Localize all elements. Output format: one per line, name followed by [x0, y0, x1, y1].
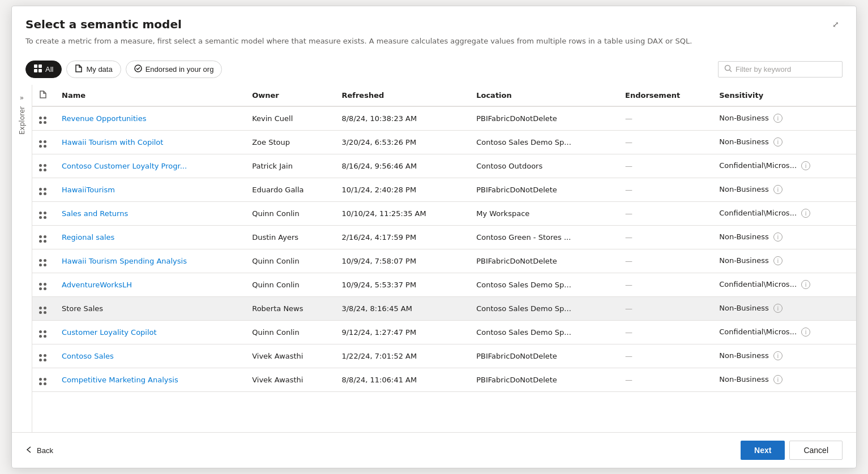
- col-refreshed-header: Refreshed: [335, 85, 469, 106]
- expand-icon[interactable]: ⤢: [829, 18, 843, 31]
- sensitivity-info-icon[interactable]: i: [773, 185, 783, 194]
- row-icon-cell: [32, 130, 55, 154]
- endorsement-value: —: [625, 138, 632, 146]
- sensitivity-info-icon[interactable]: i: [773, 137, 783, 146]
- sensitivity-info-icon[interactable]: i: [801, 328, 810, 337]
- row-name[interactable]: Revenue Opportunities: [55, 106, 245, 131]
- drag-icon: [39, 212, 47, 219]
- sensitivity-info-icon[interactable]: i: [773, 256, 783, 265]
- row-name[interactable]: Competitive Marketing Analysis: [55, 368, 245, 391]
- row-endorsement: —: [618, 320, 712, 344]
- col-name-header: Name: [55, 85, 245, 106]
- cancel-button[interactable]: Cancel: [789, 441, 843, 460]
- sensitivity-value: Non-Business: [719, 114, 768, 122]
- sensitivity-value: Non-Business: [719, 304, 768, 312]
- row-location: Contoso Sales Demo Sp...: [469, 130, 618, 154]
- table-row[interactable]: Regional salesDustin Ayers2/16/24, 4:17:…: [32, 225, 856, 249]
- row-refreshed: 3/8/24, 8:16:45 AM: [335, 296, 469, 320]
- row-location: PBIFabricDoNotDelete: [469, 249, 618, 273]
- table-row[interactable]: Contoso SalesVivek Awasthi1/22/24, 7:01:…: [32, 344, 856, 368]
- row-owner: Dustin Ayers: [245, 225, 335, 249]
- table-header-row: Name Owner Refreshed Location Endorsemen…: [32, 85, 856, 106]
- filter-btn-all[interactable]: All: [25, 61, 62, 78]
- row-location: Contoso Sales Demo Sp...: [469, 320, 618, 344]
- table-row[interactable]: Competitive Marketing AnalysisVivek Awas…: [32, 368, 856, 391]
- sensitivity-info-icon[interactable]: i: [801, 209, 810, 218]
- endorsement-value: —: [625, 376, 632, 384]
- sensitivity-info-icon[interactable]: i: [801, 161, 810, 170]
- drag-icon: [39, 117, 47, 124]
- table-row[interactable]: Hawaii Tourism with CopilotZoe Stoup3/20…: [32, 130, 856, 154]
- row-endorsement: —: [618, 344, 712, 368]
- row-icon-cell: [32, 201, 55, 225]
- content-area: » Explorer: [12, 85, 856, 433]
- row-name[interactable]: Hawaii Tourism with Copilot: [55, 130, 245, 154]
- table-row[interactable]: Contoso Customer Loyalty Progr...Patrick…: [32, 154, 856, 178]
- row-location: Contoso Outdoors: [469, 154, 618, 178]
- row-icon-cell: [32, 344, 55, 368]
- col-endorsement-header: Endorsement: [618, 85, 712, 106]
- endorsement-value: —: [625, 186, 632, 194]
- drag-icon: [39, 259, 47, 267]
- modal-subtitle: To create a metric from a measure, first…: [12, 31, 856, 56]
- table-row[interactable]: Customer Loyality CopilotQuinn Conlin9/1…: [32, 320, 856, 344]
- row-location: PBIFabricDoNotDelete: [469, 368, 618, 391]
- row-name[interactable]: Hawaii Tourism Spending Analysis: [55, 249, 245, 273]
- filter-btn-mydata[interactable]: My data: [66, 61, 121, 78]
- next-button[interactable]: Next: [741, 441, 785, 460]
- svg-rect-2: [34, 69, 37, 72]
- row-endorsement: —: [618, 225, 712, 249]
- table-row[interactable]: Hawaii Tourism Spending AnalysisQuinn Co…: [32, 249, 856, 273]
- row-sensitivity: Non-Business i: [712, 368, 856, 391]
- row-refreshed: 8/8/24, 11:06:41 AM: [335, 368, 469, 391]
- row-name[interactable]: Contoso Customer Loyalty Progr...: [55, 154, 245, 178]
- table-container: Name Owner Refreshed Location Endorsemen…: [32, 85, 856, 433]
- row-name[interactable]: Contoso Sales: [55, 344, 245, 368]
- row-owner: Vivek Awasthi: [245, 344, 335, 368]
- sensitivity-value: Confidential\Micros...: [719, 161, 797, 170]
- table-row[interactable]: AdventureWorksLHQuinn Conlin10/9/24, 5:5…: [32, 273, 856, 296]
- sensitivity-info-icon[interactable]: i: [773, 114, 783, 123]
- row-name[interactable]: Regional sales: [55, 225, 245, 249]
- row-sensitivity: Confidential\Micros... i: [712, 201, 856, 225]
- endorsement-value: —: [625, 257, 632, 265]
- sensitivity-value: Confidential\Micros...: [719, 280, 797, 288]
- row-name[interactable]: Customer Loyality Copilot: [55, 320, 245, 344]
- row-name[interactable]: Sales and Returns: [55, 201, 245, 225]
- row-name[interactable]: AdventureWorksLH: [55, 273, 245, 296]
- search-input[interactable]: [736, 65, 836, 74]
- sidebar-expand-arrows[interactable]: »: [20, 94, 24, 102]
- row-owner: Quinn Conlin: [245, 249, 335, 273]
- row-name[interactable]: HawaiiTourism: [55, 178, 245, 201]
- table-row[interactable]: Sales and ReturnsQuinn Conlin10/10/24, 1…: [32, 201, 856, 225]
- table-row[interactable]: Store SalesRoberta News3/8/24, 8:16:45 A…: [32, 296, 856, 320]
- sensitivity-value: Non-Business: [719, 351, 768, 360]
- row-owner: Zoe Stoup: [245, 130, 335, 154]
- filter-btn-endorsed[interactable]: Endorsed in your org: [126, 61, 223, 78]
- drag-icon: [39, 307, 47, 314]
- row-owner: Patrick Jain: [245, 154, 335, 178]
- row-endorsement: —: [618, 273, 712, 296]
- back-button[interactable]: Back: [25, 446, 53, 455]
- sidebar-label: Explorer: [18, 106, 26, 135]
- endorsement-value: —: [625, 233, 632, 242]
- table-row[interactable]: HawaiiTourismEduardo Galla10/1/24, 2:40:…: [32, 178, 856, 201]
- drag-icon: [39, 140, 47, 148]
- row-owner: Quinn Conlin: [245, 320, 335, 344]
- sensitivity-info-icon[interactable]: i: [773, 304, 783, 313]
- drag-icon: [39, 188, 47, 196]
- row-location: Contoso Green - Stores ...: [469, 225, 618, 249]
- row-icon-cell: [32, 273, 55, 296]
- sensitivity-info-icon[interactable]: i: [773, 375, 783, 384]
- row-name[interactable]: Store Sales: [55, 296, 245, 320]
- sensitivity-info-icon[interactable]: i: [801, 280, 810, 289]
- sensitivity-info-icon[interactable]: i: [773, 232, 783, 242]
- row-icon-cell: [32, 249, 55, 273]
- row-owner: Vivek Awasthi: [245, 368, 335, 391]
- table-row[interactable]: Revenue OpportunitiesKevin Cuell8/8/24, …: [32, 106, 856, 131]
- sensitivity-info-icon[interactable]: i: [773, 351, 783, 360]
- row-sensitivity: Confidential\Micros... i: [712, 320, 856, 344]
- svg-point-5: [725, 65, 730, 70]
- sensitivity-value: Confidential\Micros...: [719, 328, 797, 336]
- row-icon-cell: [32, 106, 55, 131]
